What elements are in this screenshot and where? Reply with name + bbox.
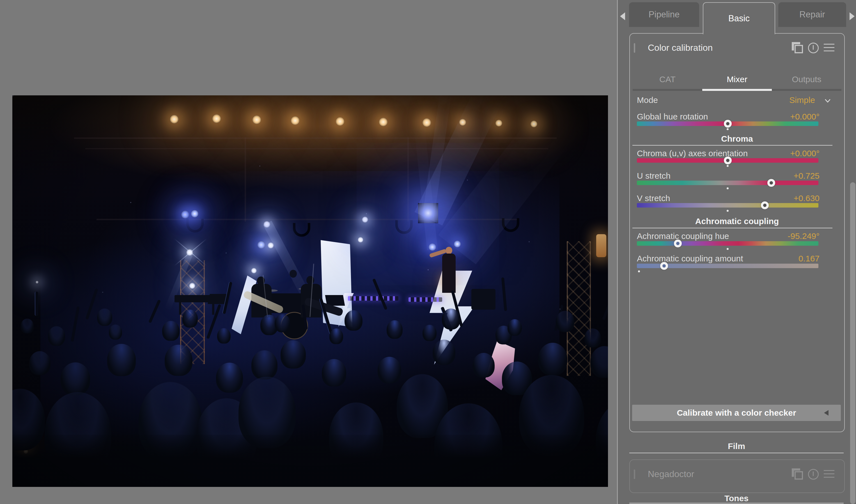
slider-track-u-stretch[interactable] [637,181,818,185]
slider-track-v-stretch[interactable] [637,203,818,208]
negadoctor-module: Negadoctor [629,460,845,493]
slider-value[interactable]: +0.725 [793,171,820,181]
photo [12,95,608,487]
slider-handle[interactable] [767,179,775,187]
presets-menu-icon[interactable] [824,469,835,481]
default-marker [727,248,729,250]
section-title-chroma: Chroma [630,134,844,144]
default-marker [727,165,729,167]
slider-handle[interactable] [674,239,682,247]
slider-label: Global hue rotation [637,112,708,122]
module-title[interactable]: Color calibration [648,43,713,53]
module-grip[interactable] [634,43,635,53]
default-marker [727,187,729,189]
tab-basic[interactable]: Basic [703,2,775,34]
module-title[interactable]: Negadoctor [648,469,694,479]
subtab-bar: CAT Mixer Outputs [633,75,841,84]
color-calibration-module: Color calibration CAT Mixer Outputs Mode… [629,33,845,432]
module-grip[interactable] [634,469,635,479]
slider-handle[interactable] [724,120,732,128]
app-window: Pipeline Basic Repair Color calibration … [0,0,856,504]
presets-menu-icon[interactable] [824,43,835,54]
tab-pipeline[interactable]: Pipeline [629,2,699,27]
slider-handle[interactable] [660,262,668,270]
default-marker [727,210,729,212]
chevron-down-icon[interactable] [823,96,832,105]
section-rule [629,503,844,503]
tab-repair[interactable]: Repair [778,2,846,27]
right-panel: Pipeline Basic Repair Color calibration … [618,0,856,504]
slider-handle[interactable] [724,157,732,164]
section-title-tones: Tones [629,493,844,503]
duplicate-icon[interactable] [792,468,803,480]
slider-label: Chroma (u,v) axes orientation [637,148,748,159]
slider-track-global-hue[interactable] [637,122,818,126]
panel-scrollbar[interactable] [850,182,855,504]
tab-scroll-left-icon[interactable] [620,12,625,20]
subtab-outputs[interactable]: Outputs [772,75,841,84]
image-canvas[interactable] [0,0,617,504]
slider-label: U stretch [637,171,671,181]
slider-label: Achromatic coupling hue [637,231,729,241]
subtab-mixer[interactable]: Mixer [702,75,772,84]
power-icon[interactable] [808,469,819,480]
slider-value[interactable]: -95.249° [787,231,820,241]
slider-track-coupling-amount[interactable] [637,264,818,268]
default-marker [727,128,729,130]
section-title-achromatic: Achromatic coupling [630,217,844,226]
slider-value[interactable]: +0.000° [790,112,820,122]
collapse-left-icon[interactable] [824,410,828,416]
mode-value[interactable]: Simple [789,95,815,105]
slider-value[interactable]: +0.630 [793,193,820,203]
mode-label: Mode [637,95,658,105]
duplicate-icon[interactable] [792,42,803,53]
calibrate-button-label: Calibrate with a color checker [677,408,796,418]
default-marker [638,270,640,272]
slider-label: V stretch [637,193,670,203]
subtab-underline [633,89,841,91]
slider-value[interactable]: 0.167 [799,254,820,264]
slider-track-coupling-hue[interactable] [637,241,818,246]
slider-handle[interactable] [761,201,769,209]
section-rule [632,145,833,146]
power-icon[interactable] [808,43,819,54]
section-title-film: Film [629,442,844,451]
tab-scroll-right-icon[interactable] [850,12,855,20]
calibrate-button[interactable]: Calibrate with a color checker [632,405,841,421]
slider-value[interactable]: +0.000° [790,148,820,159]
subtab-cat[interactable]: CAT [633,75,702,84]
section-rule [632,228,833,228]
slider-label: Achromatic coupling amount [637,254,743,264]
section-rule [629,453,844,453]
slider-track-axes-orientation[interactable] [637,158,818,163]
vignette [12,95,608,487]
